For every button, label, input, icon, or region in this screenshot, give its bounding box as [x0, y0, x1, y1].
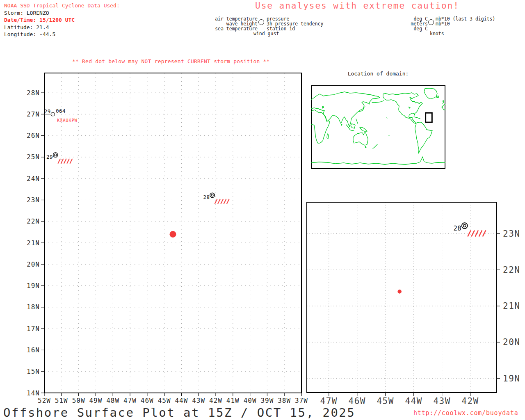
y-tick-label: 17N [27, 325, 40, 333]
station-air-temp: 28 [453, 225, 461, 232]
no-data-slash [471, 231, 475, 237]
y-tick-label: 21N [503, 301, 520, 311]
no-data-slash [67, 159, 69, 164]
buoy-inner-circle [55, 154, 57, 156]
no-data-slash [64, 159, 66, 164]
y-tick-label: 23N [503, 229, 520, 239]
station-air-temp: 29 [46, 154, 53, 160]
storm-position-dot [170, 231, 176, 237]
no-data-slash [221, 199, 223, 204]
x-tick-label: 48W [106, 397, 119, 404]
plot-title: Offshore Surface Plot at 15Z / OCT 15, 2… [3, 406, 355, 420]
x-tick-label: 51W [55, 397, 68, 404]
x-tick-label: 50W [72, 397, 85, 404]
x-tick-label: 38W [278, 397, 291, 404]
y-tick-label: 22N [503, 265, 520, 275]
no-data-slash [58, 159, 60, 164]
x-tick-label: 46W [141, 397, 154, 404]
station-pressure: 064 [56, 108, 66, 114]
y-tick-label: 23N [27, 196, 40, 204]
y-tick-label: 22N [27, 217, 40, 225]
buoy-surface-plot-page: NOAA SSD Tropical Cyclone Data Used: Sto… [0, 0, 525, 420]
surface-plot-canvas: 52W51W50W49W48W47W46W45W44W43W42W41W40W3… [0, 0, 525, 420]
no-data-slash [218, 199, 220, 204]
no-data-slash [483, 231, 486, 237]
x-tick-label: 47W [123, 397, 137, 404]
y-tick-label: 20N [27, 260, 40, 268]
y-tick-label: 16N [27, 346, 40, 354]
x-tick-label: 49W [89, 397, 102, 404]
x-tick-label: 39W [260, 397, 274, 404]
y-tick-label: 26N [27, 132, 40, 139]
storm-position-dot [397, 290, 402, 294]
buoy-outer-circle [53, 153, 58, 157]
x-tick-label: 44W [405, 396, 422, 406]
zoom-inset-border [307, 202, 496, 393]
source-url-link[interactable]: http://coolwx.com/buoydata [413, 409, 518, 417]
x-tick-label: 40W [244, 397, 257, 404]
y-tick-label: 15N [27, 368, 40, 375]
y-tick-label: 18N [27, 303, 40, 311]
y-tick-label: 20N [503, 337, 520, 347]
station-air-temp: 28 [203, 194, 210, 200]
domain-rectangle [426, 113, 432, 122]
x-tick-label: 43W [192, 397, 205, 404]
no-data-slash [475, 231, 479, 237]
buoy-inner-circle [211, 194, 213, 196]
buoy-outer-circle [462, 223, 468, 228]
x-tick-label: 42W [209, 397, 222, 404]
x-tick-label: 47W [320, 396, 338, 406]
y-tick-label: 14N [27, 389, 40, 397]
world-coastlines [311, 88, 445, 164]
no-data-slash [70, 159, 72, 164]
x-tick-label: 41W [226, 397, 240, 404]
y-tick-label: 19N [503, 374, 520, 383]
x-tick-label: 42W [461, 396, 479, 406]
no-data-slash [215, 199, 217, 204]
x-tick-label: 45W [158, 397, 171, 404]
x-tick-label: 45W [377, 396, 394, 406]
x-tick-label: 52W [38, 397, 51, 404]
station-air-temp: 29 [44, 108, 51, 114]
x-tick-label: 44W [175, 397, 188, 404]
x-tick-label: 43W [433, 396, 450, 406]
no-data-slash [479, 231, 482, 237]
y-tick-label: 28N [27, 89, 40, 97]
x-tick-label: 37W [295, 397, 308, 404]
no-data-slash [468, 231, 471, 237]
y-tick-label: 27N [27, 110, 40, 118]
x-tick-label: 46W [349, 396, 366, 406]
y-tick-label: 24N [27, 175, 40, 183]
no-data-slash [227, 199, 229, 204]
y-tick-label: 25N [27, 153, 40, 161]
buoy-inner-circle [463, 224, 466, 227]
station-id-label: KXAUKPW [57, 118, 78, 123]
no-data-slash [224, 199, 226, 204]
y-tick-label: 21N [27, 239, 40, 247]
world-locator-map [311, 85, 445, 169]
y-tick-label: 19N [27, 282, 40, 290]
buoy-outer-circle [210, 193, 215, 197]
